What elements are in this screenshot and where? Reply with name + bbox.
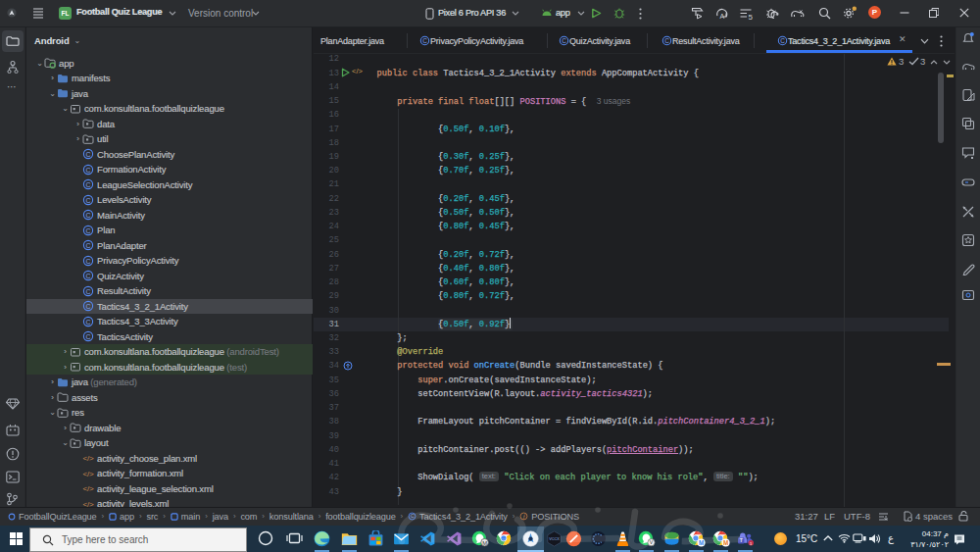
svg-text:C: C [86, 196, 91, 203]
svg-text:C: C [86, 181, 91, 188]
svg-text:</>: </> [82, 470, 94, 478]
svg-text:C: C [86, 212, 91, 219]
svg-text:C: C [422, 37, 427, 44]
svg-text:</>: </> [82, 484, 94, 493]
svg-text:C: C [780, 37, 785, 44]
svg-text:C: C [86, 242, 91, 249]
svg-text:C: C [86, 287, 91, 294]
svg-text:C: C [86, 333, 91, 340]
svg-text:5: 5 [749, 13, 754, 21]
svg-text:C: C [86, 273, 91, 279]
svg-text:C: C [664, 37, 669, 44]
svg-text:C: C [86, 303, 91, 310]
svg-text:C: C [86, 166, 91, 173]
svg-text:C: C [86, 151, 91, 158]
svg-text:C: C [86, 226, 91, 233]
svg-text:C: C [562, 37, 566, 44]
svg-text:A: A [720, 13, 725, 20]
svg-text:C: C [86, 318, 91, 325]
svg-text:</>: </> [82, 454, 94, 463]
svg-text:C: C [86, 257, 91, 264]
